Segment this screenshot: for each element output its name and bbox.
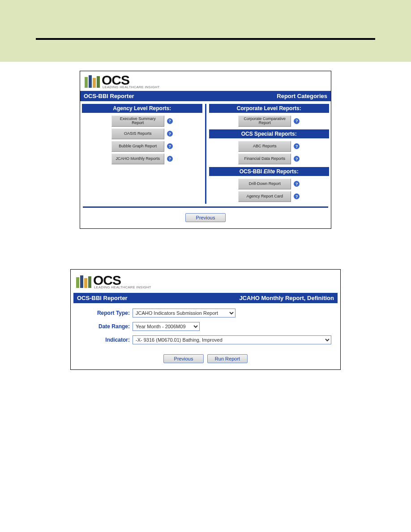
indicator-label: Indicator: [75,337,133,343]
help-icon[interactable]: ? [294,193,300,199]
elite-italic: Elite [264,168,275,175]
report-columns: Agency Level Reports: Executive Summary … [80,101,331,204]
logo-tagline: LEADING HEALTHCARE INSIGHT [94,285,151,289]
abc-reports-button[interactable]: ABC Reports [238,141,291,152]
logo-text: OCS [93,274,151,286]
previous-button[interactable]: Previous [185,213,226,222]
date-range-select[interactable]: Year Month - 2006M09 [133,322,200,331]
top-titlebar: OCS-BBI Reporter Report Categories [80,91,331,101]
bottom-titlebar: OCS-BBI Reporter JCAHO Monthly Report, D… [73,293,338,303]
report-row: Executive Summary Report ? [82,116,202,127]
report-row: Agency Report Card ? [209,191,330,202]
drill-down-button[interactable]: Drill-Down Report [238,179,291,189]
help-icon[interactable]: ? [167,118,173,124]
corporate-level-header: Corporate Level Reports: [209,104,330,113]
definition-form: Report Type: JCAHO Indicators Submission… [71,303,340,344]
help-icon[interactable]: ? [167,143,173,149]
executive-summary-button[interactable]: Executive Summary Report [111,116,164,127]
content-area: OCS LEADING HEALTHCARE INSIGHT OCS-BBI R… [0,71,411,370]
ocs-bbi-elite-header: OCS-BBI Elite Reports: [209,167,330,176]
logo: OCS LEADING HEALTHCARE INSIGHT [71,270,340,291]
help-icon[interactable]: ? [294,118,300,124]
agency-level-column: Agency Level Reports: Executive Summary … [80,104,204,204]
jcaho-definition-panel: OCS LEADING HEALTHCARE INSIGHT OCS-BBI R… [70,269,341,370]
agency-level-header: Agency Level Reports: [82,104,202,113]
help-icon[interactable]: ? [167,131,173,137]
page-header [0,0,411,62]
report-type-select[interactable]: JCAHO Indicators Submission Report [133,309,235,317]
date-range-label: Date Range: [75,323,133,330]
help-icon[interactable]: ? [167,156,173,162]
report-row: OASIS Reports ? [82,129,202,139]
oasis-reports-button[interactable]: OASIS Reports [111,129,164,139]
report-type-label: Report Type: [75,310,133,316]
titlebar-left: OCS-BBI Reporter [77,295,128,301]
elite-prefix: OCS-BBI [240,168,264,175]
logo-tagline: LEADING HEALTHCARE INSIGHT [103,85,160,89]
right-column: Corporate Level Reports: Corporate Compa… [207,104,331,204]
ocs-special-header: OCS Special Reports: [209,129,330,138]
corporate-comparative-button[interactable]: Corporate Comparative Report [238,116,291,127]
bottom-action-row: Previous Run Report [71,349,340,369]
run-report-button[interactable]: Run Report [207,354,248,363]
report-row: ABC Reports ? [209,141,330,152]
titlebar-right: Report Categories [277,93,327,99]
titlebar-left: OCS-BBI Reporter [84,93,134,99]
logo-bars-icon [76,275,91,288]
logo: OCS LEADING HEALTHCARE INSIGHT [80,71,331,91]
top-panel-wrap: OCS LEADING HEALTHCARE INSIGHT OCS-BBI R… [0,71,411,229]
logo-bars-icon [85,75,100,88]
bottom-panel-wrap: OCS LEADING HEALTHCARE INSIGHT OCS-BBI R… [0,238,411,370]
agency-report-card-button[interactable]: Agency Report Card [238,191,291,202]
logo-text: OCS [102,74,160,86]
date-range-row: Date Range: Year Month - 2006M09 [75,322,336,331]
help-icon[interactable]: ? [294,181,300,187]
indicator-select[interactable]: -X- 9316 (M0670.01) Bathing, Improved [133,335,331,344]
report-row: Corporate Comparative Report ? [209,116,330,127]
report-row: Financial Data Reports ? [209,154,330,164]
header-rule [36,38,375,40]
elite-suffix: Reports: [275,168,299,175]
financial-data-button[interactable]: Financial Data Reports [238,154,291,164]
report-row: JCAHO Monthly Reports ? [82,154,202,164]
report-type-row: Report Type: JCAHO Indicators Submission… [75,309,336,317]
indicator-row: Indicator: -X- 9316 (M0670.01) Bathing, … [75,335,336,344]
bubble-graph-button[interactable]: Bubble Graph Report [111,141,164,152]
help-icon[interactable]: ? [294,143,300,149]
previous-button[interactable]: Previous [163,354,204,363]
help-icon[interactable]: ? [294,156,300,162]
report-row: Bubble Graph Report ? [82,141,202,152]
top-action-row: Previous [80,208,331,228]
jcaho-monthly-button[interactable]: JCAHO Monthly Reports [111,154,164,164]
titlebar-right: JCAHO Monthly Report, Definition [239,295,334,301]
report-row: Drill-Down Report ? [209,179,330,189]
report-categories-panel: OCS LEADING HEALTHCARE INSIGHT OCS-BBI R… [80,71,331,229]
column-divider [205,104,206,204]
